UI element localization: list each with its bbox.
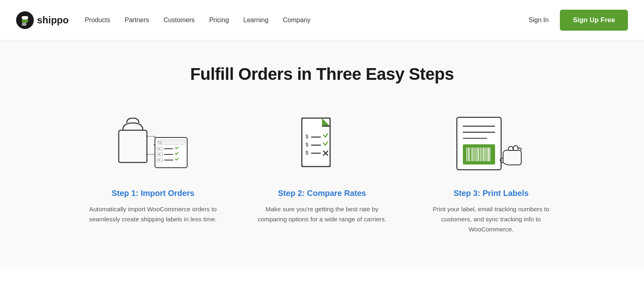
step-3-illustration [453, 112, 529, 177]
nav-links: Products Partners Customers Pricing Lear… [85, 17, 529, 24]
svg-rect-12 [158, 148, 160, 150]
step-3-title: Step 3: Print Labels [454, 189, 529, 198]
logo-link[interactable]: shippo [16, 11, 69, 29]
nav-partners[interactable]: Partners [125, 17, 149, 24]
steps-grid: Step 1: Import Orders Automatically impo… [80, 112, 564, 234]
step-3-desc: Print your label, email tracking numbers… [423, 204, 559, 234]
navbar: shippo Products Partners Customers Prici… [0, 0, 644, 40]
nav-right: Sign In Sign Up Free [528, 10, 628, 31]
step-2-desc: Make sure you're getting the best rate b… [254, 204, 390, 225]
nav-customers[interactable]: Customers [163, 17, 194, 24]
step-2-card: $ $ $ Step 2: Compare Rates Make sure yo… [254, 112, 390, 234]
sign-up-button[interactable]: Sign Up Free [560, 10, 628, 31]
svg-rect-1 [119, 130, 147, 162]
brand-name: shippo [37, 15, 69, 26]
step-2-illustration: $ $ $ [296, 112, 348, 177]
sign-in-link[interactable]: Sign In [528, 17, 549, 24]
step-3-card: Step 3: Print Labels Print your label, e… [423, 112, 559, 234]
step-1-illustration [113, 112, 193, 177]
import-orders-icon [113, 114, 193, 175]
svg-text:$: $ [305, 133, 309, 139]
step-1-card: Step 1: Import Orders Automatically impo… [85, 112, 221, 234]
step-2-title: Step 2: Compare Rates [278, 189, 366, 198]
nav-learning[interactable]: Learning [244, 17, 268, 24]
main-content: Fulfill Orders in Three Easy Steps [0, 40, 644, 266]
svg-rect-15 [158, 154, 160, 155]
svg-rect-18 [158, 160, 160, 161]
step-1-desc: Automatically import WooCommerce orders … [85, 204, 221, 225]
svg-text:$: $ [305, 142, 309, 148]
step-1-title: Step 1: Import Orders [111, 189, 194, 198]
nav-products[interactable]: Products [85, 17, 110, 24]
compare-rates-icon: $ $ $ [296, 114, 348, 175]
shippo-logo-icon [16, 11, 34, 29]
print-labels-icon [453, 114, 529, 175]
svg-text:$: $ [305, 150, 309, 156]
nav-company[interactable]: Company [283, 17, 310, 24]
page-title: Fulfill Orders in Three Easy Steps [16, 65, 628, 84]
nav-pricing[interactable]: Pricing [209, 17, 229, 24]
